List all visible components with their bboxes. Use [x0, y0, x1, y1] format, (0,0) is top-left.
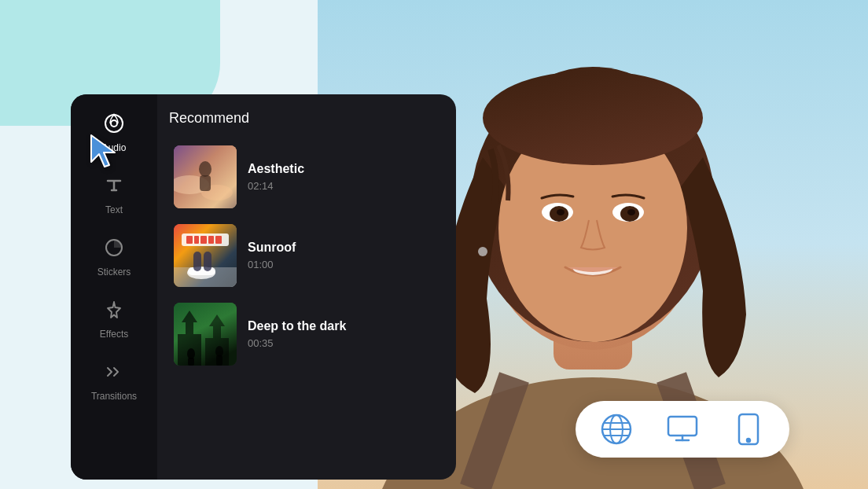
stickers-label: Stickers [97, 267, 131, 278]
music-info-aesthetic: Aesthetic 02:14 [248, 162, 440, 192]
tablet-device-button[interactable] [731, 412, 766, 447]
app-panel: Audio Text Stickers [71, 94, 456, 480]
svg-point-13 [483, 71, 703, 165]
svg-point-21 [199, 161, 211, 177]
music-thumb-sunroof [174, 224, 237, 287]
music-item-dark[interactable]: Deep to the dark 00:35 [169, 298, 444, 370]
effects-label: Effects [100, 329, 128, 340]
music-info-dark: Deep to the dark 00:35 [248, 319, 440, 349]
svg-rect-33 [193, 252, 201, 271]
svg-point-36 [187, 348, 195, 359]
sidebar-item-transitions[interactable]: Transitions [71, 351, 157, 413]
music-name-dark: Deep to the dark [248, 319, 440, 333]
svg-rect-45 [668, 417, 697, 436]
music-list: Aesthetic 02:14 [169, 141, 444, 370]
svg-rect-29 [215, 236, 222, 244]
monitor-device-button[interactable] [665, 412, 700, 447]
music-duration-dark: 00:35 [248, 337, 440, 349]
svg-rect-22 [200, 175, 211, 191]
text-label: Text [105, 204, 123, 215]
music-info-sunroof: Sunroof 01:00 [248, 241, 440, 270]
stickers-icon [104, 237, 124, 263]
svg-point-15 [111, 120, 117, 127]
text-icon [104, 175, 124, 200]
transitions-label: Transitions [91, 391, 137, 402]
svg-point-11 [627, 209, 635, 215]
svg-point-38 [215, 346, 223, 357]
svg-rect-28 [208, 236, 214, 244]
svg-point-12 [478, 247, 487, 256]
svg-point-49 [747, 439, 750, 442]
globe-device-button[interactable] [599, 412, 634, 447]
music-thumb-aesthetic [174, 145, 237, 208]
svg-rect-39 [216, 355, 223, 366]
svg-rect-34 [204, 252, 211, 271]
svg-point-16 [113, 114, 116, 116]
music-name-aesthetic: Aesthetic [248, 162, 440, 176]
svg-point-14 [105, 115, 123, 132]
effects-star-icon [104, 300, 124, 325]
music-duration-sunroof: 01:00 [248, 259, 440, 270]
svg-rect-37 [188, 358, 194, 366]
sidebar-item-effects[interactable]: Effects [71, 289, 157, 351]
music-thumb-dark [174, 303, 237, 366]
transitions-icon [104, 362, 124, 387]
svg-rect-27 [200, 236, 207, 244]
music-name-sunroof: Sunroof [248, 241, 440, 255]
device-selector [576, 401, 789, 458]
sidebar-item-text[interactable]: Text [71, 164, 157, 226]
svg-rect-26 [194, 236, 199, 244]
svg-rect-25 [186, 236, 193, 244]
music-duration-aesthetic: 02:14 [248, 180, 440, 192]
music-item-sunroof[interactable]: Sunroof 01:00 [169, 219, 444, 292]
music-item-aesthetic[interactable]: Aesthetic 02:14 [169, 141, 444, 213]
section-title: Recommend [169, 110, 444, 127]
sidebar-item-stickers[interactable]: Stickers [71, 226, 157, 289]
content-area: Recommend [157, 94, 456, 480]
svg-point-10 [557, 209, 565, 215]
